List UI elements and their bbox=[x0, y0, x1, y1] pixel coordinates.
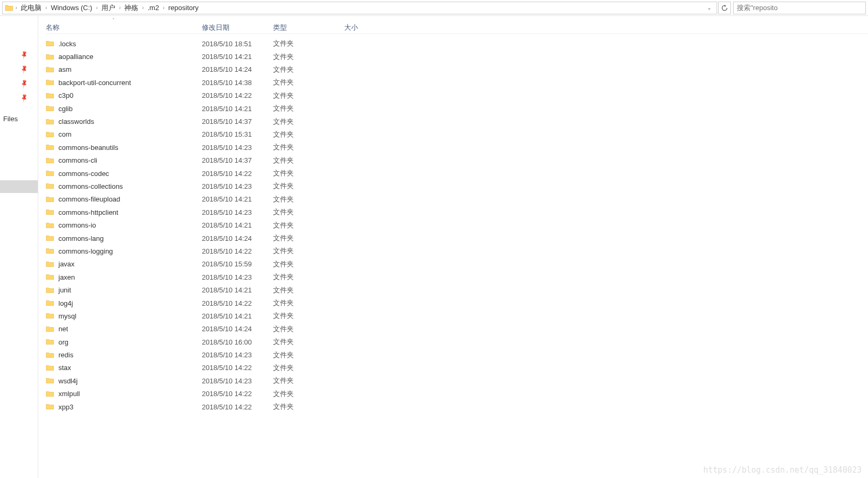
table-row[interactable]: c3p02018/5/10 14:22文件夹 bbox=[46, 89, 868, 102]
breadcrumb-segment[interactable]: 此电脑 bbox=[19, 3, 43, 13]
table-row[interactable]: com2018/5/10 15:31文件夹 bbox=[46, 128, 868, 141]
breadcrumb-segment[interactable]: 神殇 bbox=[123, 3, 140, 13]
table-row[interactable]: jaxen2018/5/10 14:23文件夹 bbox=[46, 271, 868, 283]
table-row[interactable]: commons-collections2018/5/10 14:23文件夹 bbox=[46, 180, 868, 192]
file-date-cell: 2018/5/10 14:24 bbox=[202, 234, 273, 242]
table-row[interactable]: commons-fileupload2018/5/10 14:21文件夹 bbox=[46, 193, 868, 206]
table-row[interactable]: stax2018/5/10 14:22文件夹 bbox=[46, 362, 868, 374]
pin-icon[interactable]: 📌 bbox=[20, 50, 30, 60]
file-date-cell: 2018/5/10 14:23 bbox=[202, 273, 273, 281]
file-name-label: xpp3 bbox=[58, 403, 73, 411]
refresh-icon bbox=[721, 4, 728, 12]
table-row[interactable]: org2018/5/10 16:00文件夹 bbox=[46, 336, 868, 348]
file-name-cell: xpp3 bbox=[46, 402, 202, 411]
table-row[interactable]: commons-codec2018/5/10 14:22文件夹 bbox=[46, 167, 868, 180]
file-type-cell: 文件夹 bbox=[273, 350, 344, 360]
table-row[interactable]: .locks2018/5/10 18:51文件夹 bbox=[46, 37, 868, 50]
table-row[interactable]: aopalliance2018/5/10 14:21文件夹 bbox=[46, 50, 868, 63]
breadcrumb-separator-icon[interactable]: › bbox=[118, 5, 122, 11]
table-row[interactable]: xmlpull2018/5/10 14:22文件夹 bbox=[46, 388, 868, 400]
column-header-name[interactable]: 名称 ˆ bbox=[46, 23, 202, 32]
file-name-label: wsdl4j bbox=[58, 377, 78, 385]
search-input[interactable] bbox=[733, 2, 866, 14]
file-type-cell: 文件夹 bbox=[273, 246, 344, 256]
breadcrumb-separator-icon[interactable]: › bbox=[44, 5, 48, 11]
table-row[interactable]: classworlds2018/5/10 14:37文件夹 bbox=[46, 115, 868, 128]
file-date-cell: 2018/5/10 14:24 bbox=[202, 65, 273, 73]
main-area: 📌 📌 📌 📌 Files 名称 ˆ 修改日期 类型 大小 .locks2018… bbox=[0, 16, 868, 478]
breadcrumb-segment[interactable]: 用户 bbox=[100, 3, 117, 13]
sidebar: 📌 📌 📌 📌 Files bbox=[0, 16, 38, 478]
file-date-cell: 2018/5/10 15:31 bbox=[202, 130, 273, 138]
column-header-type[interactable]: 类型 bbox=[273, 23, 344, 32]
table-row[interactable]: redis2018/5/10 14:23文件夹 bbox=[46, 348, 868, 361]
file-date-cell: 2018/5/10 14:38 bbox=[202, 79, 273, 87]
table-row[interactable]: junit2018/5/10 14:21文件夹 bbox=[46, 283, 868, 296]
column-header-size[interactable]: 大小 bbox=[344, 23, 397, 32]
table-row[interactable]: javax2018/5/10 15:59文件夹 bbox=[46, 258, 868, 271]
folder-icon bbox=[46, 39, 54, 48]
file-date-cell: 2018/5/10 14:22 bbox=[202, 299, 273, 307]
breadcrumb-segment[interactable]: .m2 bbox=[146, 4, 161, 12]
column-header-date[interactable]: 修改日期 bbox=[202, 23, 273, 32]
file-date-cell: 2018/5/10 14:21 bbox=[202, 195, 273, 203]
breadcrumb-segment[interactable]: Windows (C:) bbox=[49, 4, 94, 12]
file-name-label: com bbox=[58, 130, 72, 138]
folder-icon bbox=[46, 143, 54, 152]
table-row[interactable]: commons-lang2018/5/10 14:24文件夹 bbox=[46, 232, 868, 245]
folder-icon bbox=[46, 104, 54, 113]
path-dropdown-icon[interactable]: ⌄ bbox=[704, 5, 714, 11]
table-row[interactable]: xpp32018/5/10 14:22文件夹 bbox=[46, 400, 868, 413]
table-row[interactable]: commons-cli2018/5/10 14:37文件夹 bbox=[46, 154, 868, 167]
sidebar-files-label[interactable]: Files bbox=[0, 105, 38, 123]
refresh-button[interactable] bbox=[718, 2, 731, 14]
folder-icon bbox=[46, 351, 54, 359]
address-box[interactable]: ›此电脑›Windows (C:)›用户›神殇›.m2›repository ⌄ bbox=[2, 2, 717, 14]
table-row[interactable]: net2018/5/10 14:24文件夹 bbox=[46, 323, 868, 336]
folder-icon bbox=[46, 195, 54, 204]
breadcrumb-separator-icon[interactable]: › bbox=[161, 5, 165, 11]
file-name-cell: commons-httpclient bbox=[46, 208, 202, 216]
table-row[interactable]: log4j2018/5/10 14:22文件夹 bbox=[46, 297, 868, 309]
file-type-cell: 文件夹 bbox=[273, 233, 344, 243]
breadcrumb-separator-icon[interactable]: › bbox=[141, 5, 144, 11]
file-type-cell: 文件夹 bbox=[273, 78, 344, 87]
pin-icon[interactable]: 📌 bbox=[20, 64, 30, 74]
pin-icon[interactable]: 📌 bbox=[20, 79, 30, 89]
folder-icon bbox=[46, 156, 54, 165]
folder-icon bbox=[46, 234, 54, 242]
file-type-cell: 文件夹 bbox=[273, 169, 344, 178]
file-name-label: javax bbox=[58, 260, 74, 268]
folder-icon bbox=[46, 338, 54, 346]
table-row[interactable]: commons-httpclient2018/5/10 14:23文件夹 bbox=[46, 206, 868, 219]
file-name-label: jaxen bbox=[58, 273, 75, 281]
folder-icon bbox=[46, 221, 54, 230]
file-name-cell: com bbox=[46, 130, 202, 139]
table-row[interactable]: mysql2018/5/10 14:21文件夹 bbox=[46, 309, 868, 322]
file-type-cell: 文件夹 bbox=[273, 117, 344, 127]
table-row[interactable]: backport-util-concurrent2018/5/10 14:38文… bbox=[46, 76, 868, 89]
folder-icon bbox=[46, 65, 54, 74]
table-row[interactable]: wsdl4j2018/5/10 14:23文件夹 bbox=[46, 374, 868, 387]
breadcrumb-separator-icon[interactable]: › bbox=[14, 5, 18, 11]
file-type-cell: 文件夹 bbox=[273, 402, 344, 412]
file-name-label: commons-collections bbox=[58, 182, 123, 190]
file-name-label: commons-io bbox=[58, 221, 96, 229]
table-row[interactable]: cglib2018/5/10 14:21文件夹 bbox=[46, 102, 868, 115]
table-row[interactable]: commons-logging2018/5/10 14:22文件夹 bbox=[46, 245, 868, 257]
file-name-label: log4j bbox=[58, 299, 73, 307]
breadcrumb-separator-icon[interactable]: › bbox=[95, 5, 99, 11]
file-name-label: junit bbox=[58, 286, 71, 294]
column-header-row: 名称 ˆ 修改日期 类型 大小 bbox=[46, 16, 868, 34]
table-row[interactable]: asm2018/5/10 14:24文件夹 bbox=[46, 63, 868, 76]
breadcrumb-segment[interactable]: repository bbox=[167, 4, 200, 12]
file-date-cell: 2018/5/10 14:22 bbox=[202, 390, 273, 398]
file-name-label: redis bbox=[58, 351, 73, 359]
file-name-cell: backport-util-concurrent bbox=[46, 78, 202, 87]
pin-icon[interactable]: 📌 bbox=[20, 93, 30, 103]
file-type-cell: 文件夹 bbox=[273, 376, 344, 385]
folder-icon bbox=[46, 299, 54, 307]
table-row[interactable]: commons-beanutils2018/5/10 14:23文件夹 bbox=[46, 141, 868, 154]
table-row[interactable]: commons-io2018/5/10 14:21文件夹 bbox=[46, 219, 868, 231]
sidebar-selected-item[interactable] bbox=[0, 180, 38, 193]
